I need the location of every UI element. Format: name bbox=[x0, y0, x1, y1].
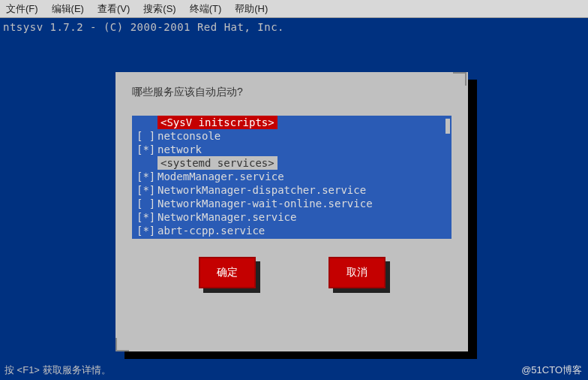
list-item-label: NetworkManager-dispatcher.service bbox=[158, 183, 366, 197]
section-header-systemd: <systemd services> bbox=[132, 156, 452, 170]
menu-edit[interactable]: 编辑(E) bbox=[52, 2, 84, 16]
list-item[interactable]: [*] NetworkManager-dispatcher.service bbox=[132, 183, 452, 197]
app-title: ntsysv 1.7.2 - (C) 2000-2001 Red Hat, In… bbox=[3, 21, 284, 33]
list-item[interactable]: [ ] netconsole bbox=[132, 129, 452, 143]
ok-button[interactable]: 确定 bbox=[199, 257, 256, 288]
list-item[interactable]: [*] network bbox=[132, 143, 452, 156]
menu-search[interactable]: 搜索(S) bbox=[143, 2, 176, 16]
checkbox[interactable]: [*] bbox=[132, 170, 158, 183]
list-item-label: abrt-ccpp.service bbox=[158, 224, 265, 237]
service-list[interactable]: <SysV initscripts> [ ] netconsole [*] ne… bbox=[132, 116, 452, 239]
dialog-buttons: 确定 取消 bbox=[132, 257, 452, 288]
list-item[interactable]: [*] abrt-ccpp.service bbox=[132, 224, 452, 237]
checkbox[interactable]: [*] bbox=[132, 224, 158, 237]
help-line: 按 <F1> 获取服务详情。 bbox=[4, 363, 111, 377]
list-item-label: netconsole bbox=[158, 129, 220, 143]
scrollbar-thumb[interactable] bbox=[446, 119, 450, 134]
menubar[interactable]: 文件(F) 编辑(E) 查看(V) 搜索(S) 终端(T) 帮助(H) bbox=[0, 0, 588, 18]
menu-view[interactable]: 查看(V) bbox=[98, 2, 130, 16]
menu-help[interactable]: 帮助(H) bbox=[235, 2, 268, 16]
dialog-corner-icon bbox=[453, 72, 466, 86]
dialog-title: 哪些服务应该自动启动? bbox=[132, 86, 452, 99]
checkbox[interactable]: [ ] bbox=[132, 129, 158, 143]
list-item[interactable]: [*] ModemManager.service bbox=[132, 170, 452, 183]
dialog-corner-icon bbox=[116, 338, 129, 351]
list-item[interactable]: [*] NetworkManager.service bbox=[132, 210, 452, 224]
menu-terminal[interactable]: 终端(T) bbox=[190, 2, 222, 16]
checkbox[interactable]: [*] bbox=[132, 183, 158, 197]
list-item[interactable]: [ ] NetworkManager-wait-online.service bbox=[132, 197, 452, 210]
section-header-sysv: <SysV initscripts> bbox=[132, 116, 452, 129]
menu-file[interactable]: 文件(F) bbox=[6, 2, 38, 16]
cancel-button[interactable]: 取消 bbox=[328, 257, 386, 288]
list-item-label: NetworkManager-wait-online.service bbox=[158, 197, 373, 210]
checkbox[interactable]: [ ] bbox=[132, 197, 158, 210]
list-item-label: NetworkManager.service bbox=[158, 210, 296, 224]
list-item-label: ModemManager.service bbox=[158, 170, 284, 183]
checkbox[interactable]: [*] bbox=[132, 210, 158, 224]
terminal-area: ntsysv 1.7.2 - (C) 2000-2001 Red Hat, In… bbox=[0, 18, 588, 380]
list-item-label: network bbox=[158, 143, 202, 156]
dialog: 哪些服务应该自动启动? <SysV initscripts> [ ] netco… bbox=[116, 72, 468, 351]
watermark: @51CTO博客 bbox=[521, 363, 582, 377]
checkbox[interactable]: [*] bbox=[132, 143, 158, 156]
